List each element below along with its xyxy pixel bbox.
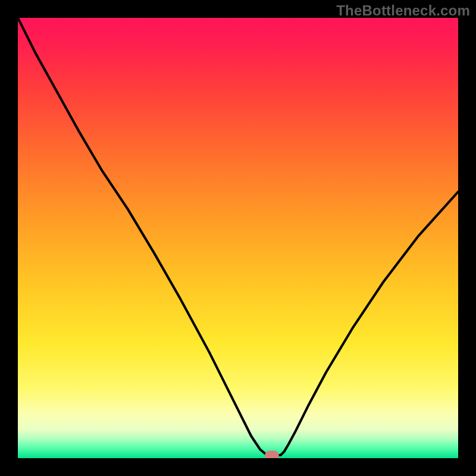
gradient-background <box>18 18 458 458</box>
watermark-text: TheBottleneck.com <box>336 2 470 19</box>
optimal-marker <box>265 450 279 458</box>
chart-svg <box>18 18 458 458</box>
plot-area <box>18 18 458 458</box>
chart-container: TheBottleneck.com <box>0 0 476 476</box>
